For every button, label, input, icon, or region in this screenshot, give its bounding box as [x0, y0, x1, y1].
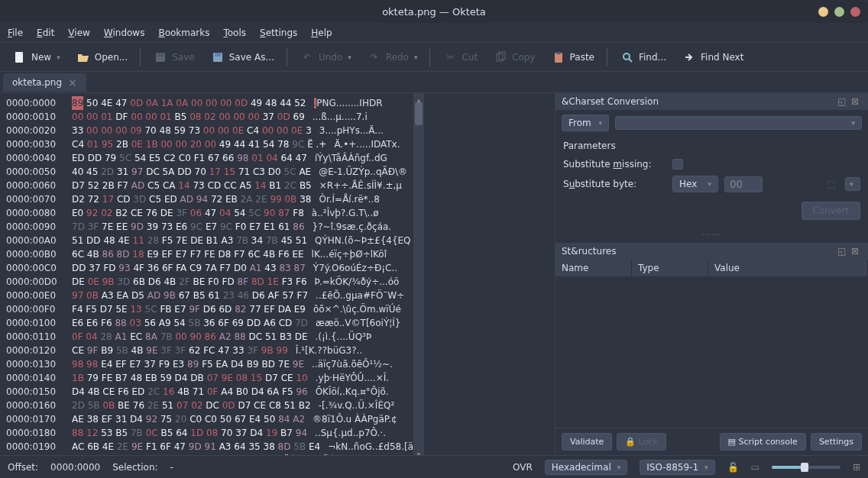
- convert-button[interactable]: Convert: [802, 202, 860, 220]
- script-console-button[interactable]: ▤ Script console: [720, 433, 806, 451]
- zoom-out-icon[interactable]: ▭: [751, 462, 760, 473]
- validate-button[interactable]: Validate: [562, 433, 612, 451]
- selection-value: -: [170, 462, 173, 473]
- undo-button[interactable]: ↶ Undo▾: [293, 47, 358, 68]
- charset-panel-header: &Charset Conversion ◱ ⊠: [555, 93, 868, 110]
- structures-table-header: Name Type Value: [555, 260, 868, 277]
- copy-icon: [493, 50, 508, 65]
- redo-icon: ↷: [367, 50, 382, 65]
- new-button[interactable]: New▾: [6, 47, 66, 68]
- col-name[interactable]: Name: [555, 260, 632, 276]
- hex-row[interactable]: 0000:0040ED DD 79 5C 54 E5 C2 C0 F1 67 6…: [6, 151, 413, 165]
- titlebar: okteta.png — Okteta: [0, 0, 868, 23]
- tab-okteta-png[interactable]: okteta.png ×: [3, 73, 86, 92]
- clear-icon[interactable]: ⬚: [824, 176, 839, 192]
- hex-row[interactable]: 0000:0060D7 52 2B F7 AD C5 CA 14 73 CD C…: [6, 179, 413, 192]
- hex-row[interactable]: 0000:0170AE 38 EF 31 D4 92 75 20 C0 C0 5…: [6, 412, 413, 426]
- menu-edit[interactable]: Edit: [37, 27, 54, 38]
- cut-button[interactable]: ✂ Cut: [436, 47, 484, 68]
- panel-close-icon[interactable]: ⊠: [851, 246, 862, 257]
- col-type[interactable]: Type: [632, 260, 708, 276]
- copy-button[interactable]: Copy: [487, 47, 541, 68]
- from-combo[interactable]: From▾: [562, 115, 609, 131]
- unlock-icon[interactable]: 🔓: [727, 462, 739, 473]
- hex-editor[interactable]: 0000:000089 50 4E 47 0D 0A 1A 0A 00 00 0…: [0, 93, 555, 455]
- close-button[interactable]: [850, 7, 860, 17]
- overwrite-mode[interactable]: OVR: [513, 462, 533, 473]
- hex-row[interactable]: 0000:013098 98 E4 EF E7 37 F9 E3 89 F5 E…: [6, 357, 413, 371]
- maximize-button[interactable]: [834, 7, 844, 17]
- panel-close-icon[interactable]: ⊠: [851, 96, 862, 107]
- structures-panel-title: St&ructures: [562, 246, 616, 257]
- charset-combo[interactable]: ISO-8859-1▾: [640, 460, 714, 475]
- scroll-thumb[interactable]: [415, 102, 423, 125]
- col-value[interactable]: Value: [708, 260, 868, 276]
- hex-row[interactable]: 0000:00F0F4 F5 D7 5E 13 5C FB E7 9F D6 6…: [6, 302, 413, 316]
- lock-button[interactable]: 🔒 Lock: [617, 433, 666, 451]
- menu-windows[interactable]: Windows: [104, 27, 145, 38]
- sub-missing-checkbox[interactable]: [672, 159, 683, 170]
- hex-row[interactable]: 0000:001000 00 01 DF 00 00 01 B5 08 02 0…: [6, 110, 413, 124]
- find-button[interactable]: Find...: [614, 47, 672, 68]
- hex-row[interactable]: 0000:0150D4 4B CE F6 ED 2C 16 4B 71 0F A…: [6, 385, 413, 399]
- tab-close-icon[interactable]: ×: [68, 76, 77, 89]
- zoom-in-icon[interactable]: ⊞: [853, 462, 860, 473]
- hex-row[interactable]: 0000:01A05F 8F 3A 43 98 21 DC DD 3B 21 8…: [6, 454, 413, 455]
- menu-bookmarks[interactable]: Bookmarks: [158, 27, 209, 38]
- open-button[interactable]: Open...: [70, 47, 134, 68]
- hex-row[interactable]: 0000:00907D 3F 7E EE 9D 39 73 E6 9C E7 9…: [6, 220, 413, 234]
- lock-icon: 🔒: [625, 437, 636, 447]
- scroll-down-icon[interactable]: ▾: [415, 447, 423, 455]
- hex-scrollbar[interactable]: ▴ ▾: [413, 93, 424, 455]
- findnext-button[interactable]: Find Next: [675, 47, 750, 68]
- hex-row[interactable]: 0000:0080E0 92 02 B2 CE 76 DE 3F 06 47 0…: [6, 206, 413, 220]
- hex-row[interactable]: 0000:01602D 5B 0B BE 76 2E 51 07 02 DC 0…: [6, 399, 413, 412]
- hex-row[interactable]: 0000:0070D2 72 17 CD 3D C5 ED AD 94 72 E…: [6, 192, 413, 206]
- settings-button[interactable]: Settings: [811, 433, 862, 451]
- menu-settings[interactable]: Settings: [260, 27, 297, 38]
- byte-format-combo[interactable]: Hex▾: [672, 176, 718, 192]
- hex-row[interactable]: 0000:00E097 0B A3 EA D5 AD 9B 67 B5 61 2…: [6, 289, 413, 302]
- hex-row[interactable]: 0000:0100E6 E6 F6 88 03 56 A9 54 5B 36 6…: [6, 316, 413, 330]
- folder-open-icon: [76, 50, 91, 65]
- hex-row[interactable]: 0000:0120CE 9F B9 5B 4B 9E 3F 3F 62 FC 4…: [6, 344, 413, 357]
- detach-icon[interactable]: ◱: [837, 246, 848, 257]
- encoding-combo[interactable]: Hexadecimal▾: [545, 460, 628, 475]
- hex-row[interactable]: 0000:0190AC 6B 4E 2E 9E F1 6F 47 9D 91 A…: [6, 440, 413, 454]
- menu-help[interactable]: Help: [311, 27, 332, 38]
- hex-row[interactable]: 0000:00C0DD 37 FD 93 4F 36 6F FA C9 7A F…: [6, 261, 413, 275]
- menu-file[interactable]: File: [8, 27, 23, 38]
- script-icon: ▤: [728, 437, 736, 447]
- hex-row[interactable]: 0000:01401B 79 FE B7 48 EB 59 D4 DB 07 9…: [6, 371, 413, 385]
- hex-row[interactable]: 0000:018088 12 53 B5 7B 0C B5 64 1D 08 7…: [6, 426, 413, 440]
- hex-row[interactable]: 0000:000089 50 4E 47 0D 0A 1A 0A 00 00 0…: [6, 96, 413, 110]
- statusbar: Offset: 0000:0000 Selection: - OVR Hexad…: [0, 455, 868, 478]
- redo-button[interactable]: ↷ Redo▾: [361, 47, 424, 68]
- search-icon: [620, 50, 635, 65]
- hex-row[interactable]: 0000:00B06C 4B 86 8D 18 E9 EF E7 F7 FE D…: [6, 247, 413, 261]
- chevron-down-icon: ▾: [851, 119, 855, 127]
- hex-row[interactable]: 0000:00D0DE 0E 9B 3D 6B D6 4B 2F BE F0 F…: [6, 275, 413, 289]
- hex-row[interactable]: 0000:005040 45 2D 31 97 DC 5A DD 70 17 1…: [6, 165, 413, 179]
- hex-row[interactable]: 0000:01100F 04 28 A1 EC 8A 7B 00 90 86 A…: [6, 330, 413, 344]
- byte-extra-combo[interactable]: ▾: [845, 177, 860, 191]
- hex-row[interactable]: 0000:002033 00 00 00 09 70 48 59 73 00 0…: [6, 124, 413, 137]
- charset-panel-title: &Charset Conversion: [562, 96, 659, 107]
- svg-point-9: [623, 53, 630, 60]
- save-icon: [153, 50, 168, 65]
- svg-line-10: [629, 59, 632, 62]
- hex-row[interactable]: 0000:00A051 DD 48 4E 11 28 F5 7E DE B1 A…: [6, 234, 413, 247]
- menu-tools[interactable]: Tools: [223, 27, 246, 38]
- paste-button[interactable]: Paste: [545, 47, 601, 68]
- saveas-button[interactable]: Save As...: [204, 47, 280, 68]
- byte-value-input[interactable]: [724, 176, 763, 192]
- zoom-slider[interactable]: [772, 466, 840, 469]
- charset-combo[interactable]: ▾: [615, 116, 862, 130]
- save-button[interactable]: Save: [147, 47, 200, 68]
- hex-row[interactable]: 0000:0030C4 01 95 2B 0E 1B 00 00 20 00 4…: [6, 137, 413, 151]
- cut-icon: ✂: [442, 50, 458, 65]
- detach-icon[interactable]: ◱: [837, 96, 848, 107]
- menu-view[interactable]: View: [68, 27, 89, 38]
- scroll-up-icon[interactable]: ▴: [415, 93, 423, 101]
- minimize-button[interactable]: [818, 7, 828, 17]
